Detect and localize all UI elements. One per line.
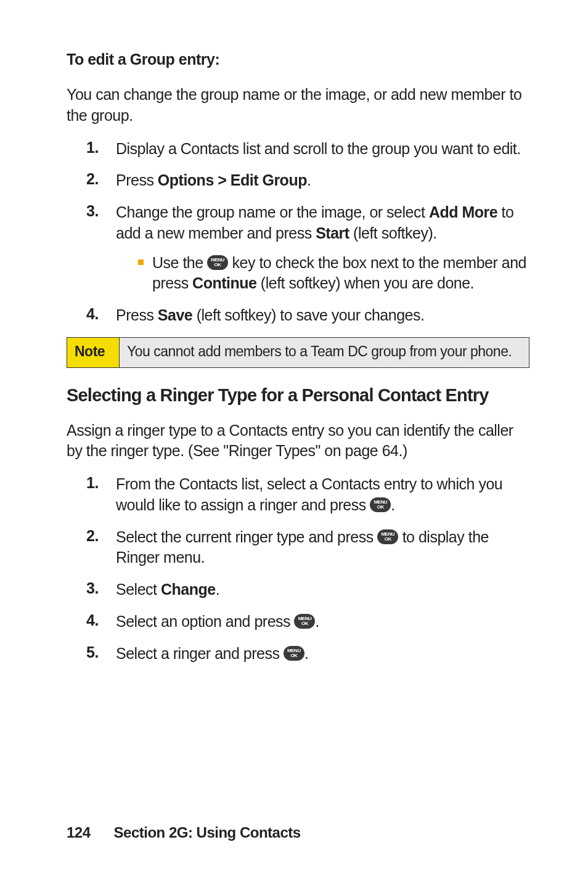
list-item: 3. Change the group name or the image, o… (86, 202, 529, 294)
step-number: 2. (86, 527, 116, 569)
intro-paragraph-2: Assign a ringer type to a Contacts entry… (67, 420, 529, 462)
text-fragment: Select a ringer and press (116, 645, 284, 662)
text-fragment: (left softkey) when you are done. (256, 274, 474, 292)
text-fragment: From the Contacts list, select a Contact… (116, 475, 502, 513)
note-box: Note You cannot add members to a Team DC… (67, 337, 529, 368)
list-item: 4. Select an option and press MENUOK. (86, 611, 529, 632)
page-number: 124 (67, 824, 91, 841)
step-number: 2. (86, 170, 116, 191)
menu-ok-key-icon: MENUOK (207, 255, 228, 270)
page-footer: 124Section 2G: Using Contacts (67, 824, 301, 841)
softkey-continue: Continue (192, 274, 256, 292)
note-label: Note (67, 337, 120, 367)
text-fragment: . (307, 171, 311, 189)
list-item: 5. Select a ringer and press MENUOK. (86, 643, 529, 664)
list-item: 4. Press Save (left softkey) to save you… (86, 305, 529, 326)
step-number: 5. (86, 643, 116, 664)
step-number: 3. (86, 202, 116, 294)
text-fragment: (left softkey). (349, 224, 437, 242)
text-fragment: . (216, 581, 219, 598)
menu-ok-key-icon: MENUOK (284, 646, 304, 661)
intro-paragraph-1: You can change the group name or the ima… (67, 84, 529, 126)
text-fragment: . (304, 645, 308, 662)
step-text: Display a Contacts list and scroll to th… (116, 139, 529, 160)
bullet-icon (138, 259, 144, 265)
menu-ok-key-icon: MENUOK (370, 497, 391, 512)
softkey-start: Start (316, 224, 349, 242)
menu-ok-key-icon: MENUOK (377, 529, 398, 544)
list-item: 3. Select Change. (86, 579, 529, 600)
list-item: 1. From the Contacts list, select a Cont… (86, 474, 529, 516)
text-fragment: Select the current ringer type and press (116, 528, 377, 545)
text-fragment: Press (116, 171, 158, 189)
text-fragment: Select (116, 581, 161, 598)
option-add-more: Add More (429, 203, 497, 221)
subheading-edit-group: To edit a Group entry: (67, 51, 529, 68)
step-number: 4. (86, 611, 116, 632)
step-number: 3. (86, 579, 116, 600)
list-item: 2. Select the current ringer type and pr… (86, 527, 529, 569)
step-text: From the Contacts list, select a Contact… (116, 474, 529, 516)
section-heading-ringer: Selecting a Ringer Type for a Personal C… (67, 385, 529, 406)
text-fragment: Use the (152, 254, 207, 271)
ordered-list-1: 1. Display a Contacts list and scroll to… (86, 139, 529, 326)
step-text: Select the current ringer type and press… (116, 527, 529, 569)
step-text: Select a ringer and press MENUOK. (116, 643, 529, 664)
section-label: Section 2G: Using Contacts (114, 824, 301, 841)
note-body: You cannot add members to a Team DC grou… (120, 337, 529, 367)
option-change: Change (161, 581, 216, 598)
sub-step-text: Use the MENUOK key to check the box next… (152, 253, 529, 295)
list-item: 2. Press Options > Edit Group. (86, 170, 529, 191)
text-fragment: . (391, 496, 394, 513)
text-fragment: (left softkey) to save your changes. (192, 306, 424, 324)
step-text: Select an option and press MENUOK. (116, 611, 529, 632)
step-number: 1. (86, 474, 116, 516)
sub-list-item: Use the MENUOK key to check the box next… (138, 253, 529, 295)
text-fragment: . (315, 613, 319, 630)
softkey-save: Save (158, 306, 192, 324)
step-number: 1. (86, 139, 116, 160)
text-fragment: Change the group name or the image, or s… (116, 203, 429, 221)
text-fragment: Press (116, 306, 158, 324)
step-text: Select Change. (116, 579, 529, 600)
step-text: Press Options > Edit Group. (116, 170, 529, 191)
menu-ok-key-icon: MENUOK (294, 614, 315, 629)
list-item: 1. Display a Contacts list and scroll to… (86, 139, 529, 160)
text-fragment: Select an option and press (116, 613, 294, 630)
menu-path: Options > Edit Group (158, 171, 307, 189)
step-text: Press Save (left softkey) to save your c… (116, 305, 529, 326)
step-number: 4. (86, 305, 116, 326)
ordered-list-2: 1. From the Contacts list, select a Cont… (86, 474, 529, 664)
step-text: Change the group name or the image, or s… (116, 202, 529, 294)
